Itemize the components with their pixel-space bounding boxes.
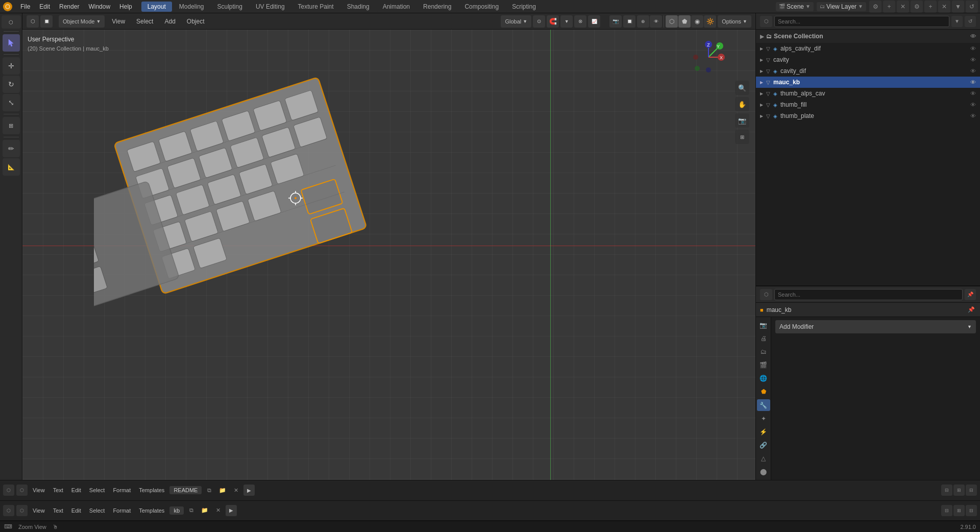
filter-icon[interactable]: ▼ — [952, 1, 964, 13]
props-tab-world[interactable]: 🌐 — [757, 373, 770, 384]
outliner-filter-icon[interactable]: ▼ — [951, 16, 963, 27]
bp-grid-1-icon-1[interactable]: ⊟ — [941, 505, 952, 516]
outliner-editor-icon[interactable]: ⬡ — [760, 16, 772, 27]
ortho-btn[interactable]: ⊞ — [735, 130, 749, 144]
add-menu[interactable]: Add — [160, 17, 179, 26]
pivot-icon[interactable]: ⊙ — [533, 15, 545, 28]
measure-tool-btn[interactable]: 📐 — [3, 158, 20, 176]
annotate-tool-btn[interactable]: ✏ — [3, 140, 20, 157]
outliner-item-thumb-alps-cav[interactable]: ▶ ▽ ◈ thumb_alps_cav 👁 — [756, 88, 980, 99]
outliner-item-cavity-dif[interactable]: ▶ ▽ ◈ cavity_dif 👁 — [756, 65, 980, 77]
bp-copy-icon-1[interactable]: ⧉ — [186, 505, 197, 516]
bp-editor-type-icon-0[interactable]: ⬡ — [3, 485, 14, 496]
scene-selector[interactable]: 🎬 Scene ▼ — [776, 2, 814, 11]
tab-sculpting[interactable]: Sculpting — [211, 2, 249, 12]
bp-menu-icon-1[interactable]: ⬡ — [16, 505, 28, 516]
tab-animation[interactable]: Animation — [377, 2, 416, 12]
props-tab-physics[interactable]: ⚡ — [757, 426, 770, 438]
bp-format-1[interactable]: Format — [110, 506, 134, 515]
sync-icon[interactable]: ↺ — [966, 1, 978, 13]
mode-icon[interactable]: ⬡ — [2, 15, 21, 29]
snap-options-icon[interactable]: ▼ — [560, 15, 573, 28]
solid-shading-btn[interactable]: ⬟ — [678, 15, 691, 28]
bp-text-0[interactable]: Text — [50, 486, 66, 494]
bp-templates-1[interactable]: Templates — [136, 506, 167, 515]
outliner-item-6-eye[interactable]: 👁 — [970, 113, 976, 119]
viewport-camera-icon[interactable]: 📷 — [609, 15, 622, 28]
bp-grid-3-icon-1[interactable]: ⊟ — [966, 505, 977, 516]
view-layer-selector[interactable]: 🗂 View Layer ▼ — [817, 2, 866, 11]
bp-format-0[interactable]: Format — [110, 486, 134, 494]
wireframe-shading-btn[interactable]: ⬡ — [666, 15, 678, 28]
bp-folder-icon-1[interactable]: 📁 — [199, 505, 210, 516]
perspective-icon[interactable]: 🔲 — [40, 15, 53, 28]
tab-uv-editing[interactable]: UV Editing — [250, 2, 291, 12]
tab-rendering[interactable]: Rendering — [417, 2, 457, 12]
bp-folder-icon-0[interactable]: 📁 — [217, 485, 228, 496]
scale-tool-btn[interactable]: ⤡ — [3, 94, 20, 111]
vl-add-icon[interactable]: + — [924, 1, 937, 13]
bp-select-0[interactable]: Select — [86, 486, 108, 494]
outliner-item-5-eye[interactable]: 👁 — [970, 102, 976, 108]
bp-grid-3-icon-0[interactable]: ⊟ — [966, 485, 977, 496]
props-tab-modifier[interactable]: 🔧 — [757, 399, 770, 411]
menu-window[interactable]: Window — [84, 2, 114, 11]
bp-grid-2-icon-0[interactable]: ⊞ — [953, 485, 965, 496]
props-editor-icon[interactable]: ⬡ — [760, 289, 772, 300]
outliner-item-4-eye[interactable]: 👁 — [970, 90, 976, 96]
outliner-search-input[interactable] — [774, 16, 949, 27]
blender-logo[interactable] — [2, 1, 13, 12]
menu-render[interactable]: Render — [55, 2, 83, 11]
transform-tool-btn[interactable]: ⊞ — [3, 117, 20, 134]
rotate-tool-btn[interactable]: ↻ — [3, 76, 20, 93]
props-tab-constraints[interactable]: 🔗 — [757, 440, 770, 451]
menu-help[interactable]: Help — [115, 2, 136, 11]
select-tool-btn[interactable] — [3, 34, 20, 52]
bp-edit-0[interactable]: Edit — [68, 486, 84, 494]
object-menu[interactable]: Object — [183, 17, 209, 26]
bp-editor-type-icon-1[interactable]: ⬡ — [3, 505, 14, 516]
tab-scripting[interactable]: Scripting — [506, 2, 542, 12]
props-tab-material[interactable]: ⬤ — [757, 466, 770, 478]
bp-grid-2-icon-1[interactable]: ⊞ — [953, 505, 965, 516]
editor-type-icon[interactable]: ⬡ — [27, 15, 39, 28]
menu-edit[interactable]: Edit — [35, 2, 54, 11]
outliner-item-alps-cavity-dif[interactable]: ▶ ▽ ◈ alps_cavity_dif 👁 — [756, 43, 980, 54]
snap-magnet-icon[interactable]: 🧲 — [547, 15, 559, 28]
outliner-item-3-eye[interactable]: 👁 — [970, 79, 976, 85]
tab-modeling[interactable]: Modeling — [173, 2, 210, 12]
tab-shading[interactable]: Shading — [341, 2, 376, 12]
camera-btn[interactable]: 📷 — [735, 113, 749, 128]
options-dropdown[interactable]: Options ▼ — [718, 15, 751, 28]
overlays-icon[interactable]: 👁 — [650, 15, 662, 28]
props-object-name[interactable]: mauc_kb — [767, 306, 792, 313]
add-modifier-btn[interactable]: Add Modifier ▼ — [775, 320, 976, 333]
scene-settings-icon[interactable]: ⚙ — [869, 1, 881, 13]
vl-settings-icon[interactable]: ⚙ — [911, 1, 923, 13]
outliner-item-thumb-plate[interactable]: ▶ ▽ ◈ thumb_plate 👁 — [756, 110, 980, 122]
props-tab-scene[interactable]: 🎬 — [757, 359, 770, 371]
object-mode-dropdown[interactable]: Object Mode ▼ — [59, 15, 105, 28]
bp-view-0[interactable]: View — [30, 486, 48, 494]
props-search-input[interactable] — [774, 289, 963, 300]
gizmo-icon[interactable]: ⊕ — [637, 15, 649, 28]
tab-layout[interactable]: Layout — [141, 2, 172, 12]
viewport-display-mode-icon[interactable]: 🔲 — [623, 15, 635, 28]
bp-text-1[interactable]: Text — [50, 506, 66, 515]
bp-close-icon-1[interactable]: ✕ — [212, 505, 224, 516]
view-menu[interactable]: View — [108, 17, 129, 26]
bp-play-btn-1[interactable]: ▶ — [226, 505, 237, 516]
bp-select-1[interactable]: Select — [86, 506, 108, 515]
outliner-item-2-eye[interactable]: 👁 — [970, 68, 976, 74]
bp-filename-1[interactable]: kb — [169, 506, 184, 515]
pan-btn[interactable]: ✋ — [735, 97, 749, 111]
bp-play-btn-0[interactable]: ▶ — [243, 485, 255, 496]
outliner-sync-icon[interactable]: ↺ — [965, 16, 976, 27]
proportional-edit-options[interactable]: 📈 — [588, 15, 600, 28]
scene-collection-expand[interactable]: ▶ — [760, 34, 764, 39]
outliner-item-cavity[interactable]: ▶ ▽ cavity 👁 — [756, 54, 980, 65]
menu-file[interactable]: File — [16, 2, 34, 11]
bp-edit-1[interactable]: Edit — [68, 506, 84, 515]
move-tool-btn[interactable]: ✛ — [3, 57, 20, 75]
bp-grid-1-icon-0[interactable]: ⊟ — [941, 485, 952, 496]
